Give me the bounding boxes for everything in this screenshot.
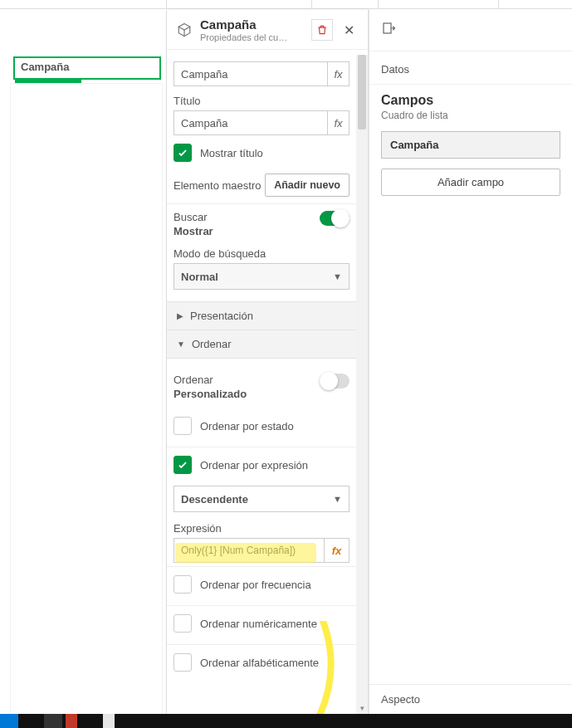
panel-header: Campaña Propiedades del cu… ✕ (167, 10, 368, 50)
fields-heading: Campos (381, 93, 560, 108)
field-input[interactable] (174, 61, 328, 86)
fx-button-field[interactable]: fx (328, 61, 350, 86)
title-input[interactable] (174, 110, 328, 135)
sort-section-label: Ordenar (192, 338, 232, 350)
triangle-right-icon: ▶ (177, 311, 183, 320)
taskbar (0, 714, 572, 728)
sort-by-frequency-label: Ordenar por frecuencia (200, 579, 311, 591)
panel-title: Campaña (200, 18, 287, 32)
search-mode-label: Modo de búsqueda (174, 247, 350, 260)
add-field-button[interactable]: Añadir campo (381, 169, 560, 196)
close-button[interactable]: ✕ (338, 19, 359, 41)
aspect-tab[interactable]: Aspecto (369, 684, 572, 714)
listbox-object[interactable]: Campaña (13, 56, 161, 80)
sort-numeric-label: Ordenar numéricamente (200, 618, 317, 630)
sort-direction-select[interactable]: Descendente ▼ (174, 486, 350, 512)
annotation-curve (316, 621, 350, 714)
search-toggle[interactable] (320, 211, 350, 226)
sort-by-state-checkbox[interactable] (174, 417, 192, 435)
expression-label: Expresión (174, 522, 350, 535)
scroll-down-icon[interactable]: ▾ (358, 704, 366, 712)
properties-panel: Campaña Propiedades del cu… ✕ fx Título … (166, 10, 369, 714)
scrollbar-thumb[interactable] (358, 55, 366, 129)
sort-by-state-label: Ordenar por estado (200, 420, 294, 432)
sort-auto-toggle[interactable] (320, 374, 350, 388)
add-new-button[interactable]: Añadir nuevo (265, 173, 350, 197)
sort-alpha-label: Ordenar alfabéticamente (200, 657, 319, 669)
fields-subtitle: Cuadro de lista (381, 110, 560, 121)
chevron-down-icon: ▼ (333, 494, 342, 504)
sort-by-frequency-checkbox[interactable] (174, 575, 192, 594)
triangle-down-icon: ▼ (177, 340, 185, 349)
show-title-checkbox[interactable] (174, 144, 192, 162)
sort-section[interactable]: ▼ Ordenar (167, 330, 356, 359)
presentation-section[interactable]: ▶ Presentación (167, 301, 356, 330)
sort-by-expression-checkbox[interactable] (174, 456, 192, 474)
search-mode-select[interactable]: Normal ▼ (174, 263, 350, 290)
data-tab[interactable]: Datos (369, 51, 572, 85)
expression-input[interactable] (174, 538, 325, 563)
search-value: Mostrar (174, 225, 213, 237)
title-label: Título (174, 95, 350, 107)
master-item-label: Elemento maestro (174, 179, 262, 192)
right-sidebar: Datos Campos Cuadro de lista Campaña Aña… (369, 10, 572, 714)
fx-button-expression[interactable]: fx (325, 538, 350, 563)
show-title-label: Mostrar título (200, 147, 263, 159)
sort-by-expression-label: Ordenar por expresión (200, 459, 308, 471)
listbox-title: Campaña (21, 61, 70, 73)
sort-numeric-checkbox[interactable] (174, 614, 192, 633)
fx-button-title[interactable]: fx (328, 110, 350, 135)
delete-button[interactable] (311, 19, 333, 41)
svg-rect-0 (384, 23, 391, 33)
right-toolbar (369, 10, 572, 51)
panel-scrollbar[interactable]: ▾ (356, 55, 368, 714)
panel-subtitle: Propiedades del cu… (200, 32, 287, 42)
search-label: Buscar (174, 211, 213, 223)
sort-label: Ordenar (174, 374, 247, 386)
sort-alpha-checkbox[interactable] (174, 653, 192, 672)
field-chip[interactable]: Campaña (381, 131, 560, 159)
cube-icon (175, 21, 193, 39)
export-icon[interactable] (381, 21, 396, 40)
chevron-down-icon: ▼ (333, 271, 342, 281)
sort-value: Personalizado (174, 388, 247, 400)
